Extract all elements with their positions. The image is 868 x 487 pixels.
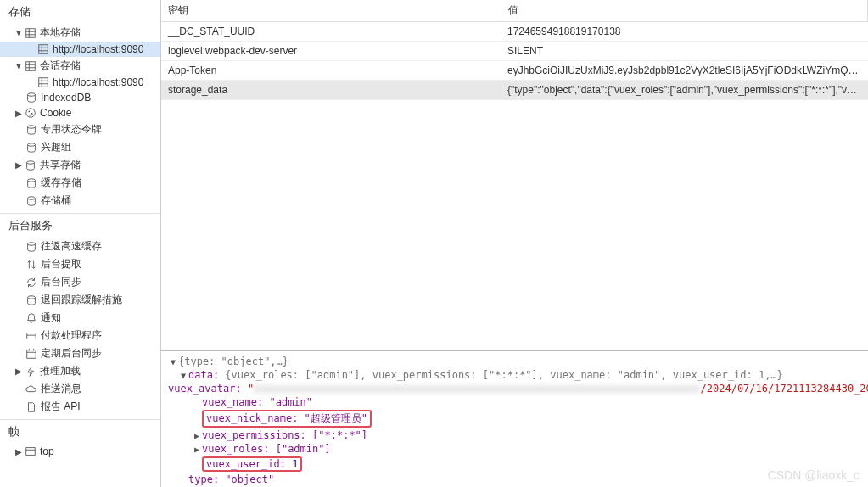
table-row[interactable]: loglevel:webpack-dev-serverSILENT [161, 42, 868, 61]
speculative-loads-node[interactable]: ▶ 推理加载 [0, 362, 160, 380]
table-header-key[interactable]: 密钥 [161, 0, 501, 22]
obj-vuex-user-id-line[interactable]: vuex_user_id: 1 [168, 456, 861, 473]
svg-point-23 [27, 160, 35, 164]
indexeddb-node[interactable]: IndexedDB [0, 90, 160, 105]
periodic-sync-label: 定期后台同步 [41, 346, 102, 361]
bfcache-node[interactable]: 往返高速缓存 [0, 238, 160, 255]
shared-storage-node[interactable]: ▶ 共享存储 [0, 156, 160, 174]
table-header-value[interactable]: 值 [501, 0, 868, 22]
table-cell-value: 17246594918819170138 [501, 22, 868, 42]
svg-rect-12 [39, 78, 48, 87]
arrows-up-down-icon [25, 259, 37, 271]
local-storage-node[interactable]: ▼ 本地存储 [0, 24, 160, 42]
database-cylinder-icon [25, 92, 37, 104]
svg-point-27 [28, 295, 36, 299]
background-header: 后台服务 [0, 214, 160, 238]
database-cylinder-icon [25, 177, 37, 189]
lightning-icon [25, 366, 36, 378]
cache-storage-node[interactable]: 缓存存储 [0, 174, 160, 192]
obj-data-line[interactable]: ▼ data: {vuex_roles: ["admin"], vuex_per… [168, 368, 861, 382]
table-row[interactable]: __DC_STAT_UUID17246594918819170138 [161, 22, 868, 42]
chevron-right-icon: ▶ [192, 431, 202, 440]
table-cell-value: {"type":"object","data":{"vuex_roles":["… [501, 81, 868, 100]
table-row[interactable]: storage_data{"type":"object","data":{"vu… [161, 81, 868, 100]
interest-groups-node[interactable]: 兴趣组 [0, 138, 160, 156]
svg-rect-8 [26, 61, 36, 70]
svg-point-21 [28, 125, 36, 128]
session-storage-label: 会话存储 [40, 59, 81, 73]
local-storage-host-label: http://localhost:9090 [53, 43, 143, 55]
obj-vuex-permissions-line[interactable]: ▶ vuex_permissions: ["*:*:*"] [168, 428, 861, 442]
sidebar-section-background: 后台服务 往返高速缓存 后台提取 后台同步 退回跟踪缓解措施 [0, 214, 160, 420]
background-fetch-label: 后台提取 [41, 257, 81, 271]
obj-vuex-nick-name-line[interactable]: vuex_nick_name: "超级管理员" [168, 409, 861, 428]
obj-vuex-name-line[interactable]: vuex_name: "admin" [168, 395, 861, 409]
reporting-api-node[interactable]: 报告 API [0, 398, 160, 416]
svg-point-16 [28, 93, 36, 97]
storage-table-container: 密钥 值 __DC_STAT_UUID17246594918819170138l… [161, 0, 868, 351]
svg-point-25 [28, 196, 36, 199]
bfcache-label: 往返高速缓存 [41, 239, 102, 254]
shared-storage-label: 共享存储 [40, 158, 81, 172]
svg-point-18 [28, 110, 30, 112]
speculative-loads-label: 推理加载 [40, 364, 81, 378]
frames-header: 帧 [0, 420, 160, 444]
object-viewer: ▼ {type: "object",…} ▼ data: {vuex_roles… [161, 351, 868, 487]
svg-rect-28 [27, 333, 36, 339]
database-cylinder-icon [25, 241, 37, 253]
svg-point-24 [28, 178, 36, 182]
push-messaging-label: 推送消息 [41, 382, 81, 396]
database-cylinder-icon [25, 160, 36, 171]
cookie-node[interactable]: ▶ Cookie [0, 105, 160, 120]
bounce-tracking-node[interactable]: 退回跟踪缓解措施 [0, 291, 160, 309]
frames-top-node[interactable]: ▶ top [0, 444, 160, 459]
background-sync-label: 后台同步 [41, 275, 81, 289]
obj-type-line[interactable]: type: "object" [168, 473, 861, 486]
svg-point-20 [29, 115, 31, 116]
table-row[interactable]: App-TokeneyJhbGciOiJIUzUxMiJ9.eyJsb2dpbl… [161, 61, 868, 81]
chevron-right-icon: ▶ [14, 446, 24, 456]
private-tokens-label: 专用状态令牌 [41, 122, 102, 137]
svg-point-19 [31, 113, 33, 115]
storage-buckets-label: 存储桶 [41, 193, 71, 208]
database-icon [37, 76, 49, 88]
indexeddb-label: IndexedDB [41, 92, 91, 104]
document-icon [25, 401, 37, 413]
credit-card-icon [25, 330, 37, 342]
sync-icon [25, 277, 37, 288]
bell-icon [25, 312, 37, 324]
notifications-node[interactable]: 通知 [0, 309, 160, 327]
table-cell-key: __DC_STAT_UUID [161, 22, 501, 42]
notifications-label: 通知 [41, 311, 61, 325]
calendar-icon [25, 348, 37, 360]
main-panel: 密钥 值 __DC_STAT_UUID17246594918819170138l… [161, 0, 868, 487]
chevron-down-icon: ▼ [168, 357, 178, 367]
cache-storage-label: 缓存存储 [41, 176, 81, 190]
interest-groups-label: 兴趣组 [41, 140, 71, 154]
cookie-icon [25, 107, 36, 119]
private-tokens-node[interactable]: 专用状态令牌 [0, 120, 160, 138]
sidebar-section-frames: 帧 ▶ top [0, 420, 160, 462]
database-cylinder-icon [25, 142, 37, 154]
background-fetch-node[interactable]: 后台提取 [0, 255, 160, 273]
chevron-right-icon: ▶ [14, 367, 24, 377]
obj-vuex-roles-line[interactable]: ▶ vuex_roles: ["admin"] [168, 442, 861, 456]
session-storage-host[interactable]: http://localhost:9090 [0, 75, 160, 90]
background-sync-node[interactable]: 后台同步 [0, 273, 160, 291]
periodic-sync-node[interactable]: 定期后台同步 [0, 344, 160, 362]
local-storage-host[interactable]: http://localhost:9090 [0, 42, 160, 57]
obj-root-line[interactable]: ▼ {type: "object",…} [168, 355, 861, 368]
session-storage-node[interactable]: ▼ 会话存储 [0, 57, 160, 75]
chevron-down-icon: ▼ [14, 28, 24, 38]
storage-buckets-node[interactable]: 存储桶 [0, 192, 160, 210]
obj-vuex-avatar-line[interactable]: vuex_avatar: "xxxxxxxxxxxxxxxxxxxxxxxxxx… [168, 382, 861, 395]
payment-handler-node[interactable]: 付款处理程序 [0, 327, 160, 344]
push-messaging-node[interactable]: 推送消息 [0, 380, 160, 398]
storage-table: 密钥 值 __DC_STAT_UUID17246594918819170138l… [161, 0, 868, 100]
database-icon [25, 60, 36, 72]
obj-data-preview: {vuex_roles: ["admin"], vuex_permissions… [225, 369, 782, 381]
chevron-down-icon: ▼ [178, 371, 188, 380]
database-cylinder-icon [25, 124, 37, 136]
svg-point-26 [28, 242, 36, 245]
table-cell-key: App-Token [161, 61, 501, 81]
